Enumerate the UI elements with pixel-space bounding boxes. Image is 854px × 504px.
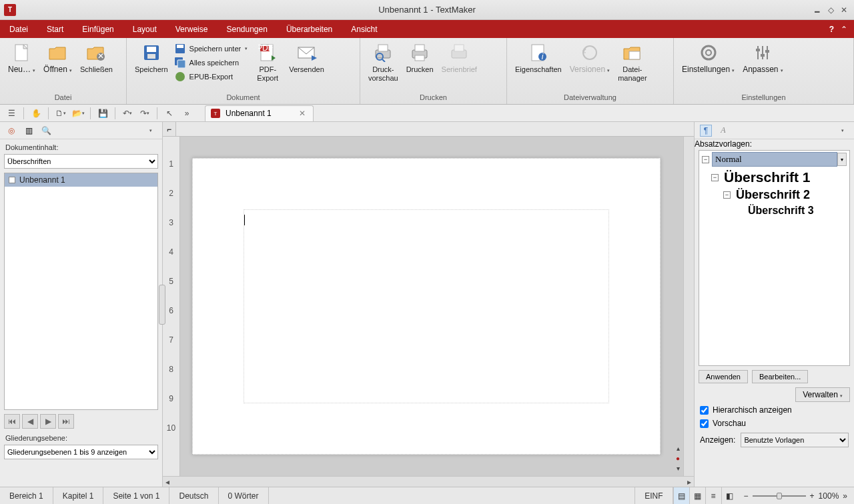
help-button[interactable]: ? xyxy=(829,25,834,34)
view-master-icon[interactable]: ▦ xyxy=(689,487,705,504)
properties-button[interactable]: i Eigenschaften xyxy=(511,41,566,75)
zoom-in-icon[interactable]: + xyxy=(810,491,815,501)
preview-checkbox[interactable]: Vorschau xyxy=(695,417,854,430)
document-tab[interactable]: T Unbenannt 1 ✕ xyxy=(205,105,314,121)
view-normal-icon[interactable]: ▤ xyxy=(673,487,689,504)
style-h3[interactable]: Überschrift 3 xyxy=(748,205,814,217)
manage-styles-button[interactable]: Verwalten ▾ xyxy=(795,387,850,402)
doc-icon: T xyxy=(211,109,220,118)
apply-style-button[interactable]: Anwenden xyxy=(699,370,748,383)
open-folder-icon[interactable]: 📂▾ xyxy=(71,107,85,120)
tree-toggle-icon[interactable]: − xyxy=(723,191,731,199)
styles-tree[interactable]: − Normal ▾ − Überschrift 1 − Überschrift… xyxy=(699,150,850,366)
minimize-button[interactable]: 🗕 xyxy=(813,5,821,15)
hierarchical-checkbox[interactable]: Hierarchisch anzeigen xyxy=(695,403,854,417)
status-wordcount[interactable]: 0 Wörter xyxy=(219,487,269,504)
status-page[interactable]: Seite 1 von 1 xyxy=(103,487,169,504)
char-style-icon[interactable]: A xyxy=(717,125,729,137)
nav-first-button[interactable]: ⏮ xyxy=(4,414,20,429)
status-chapter[interactable]: Kapitel 1 xyxy=(53,487,104,504)
send-button[interactable]: Versenden xyxy=(285,41,328,75)
hand-tool-icon[interactable]: ✋ xyxy=(29,107,43,120)
undo-icon[interactable]: ↶▾ xyxy=(120,107,135,120)
menu-icon[interactable]: ☰ xyxy=(4,107,19,120)
scroll-up-icon[interactable]: ▴ xyxy=(677,445,680,452)
left-resize-handle[interactable] xyxy=(159,285,165,325)
save-as-button[interactable]: Speichern unter▾ xyxy=(172,42,251,55)
close-window-button[interactable]: ✕ xyxy=(841,5,847,15)
close-tab-button[interactable]: ✕ xyxy=(297,109,308,118)
paragraph-styles-label: Absatzvorlagen: xyxy=(695,139,854,149)
new-doc-icon[interactable]: 🗋▾ xyxy=(53,107,68,120)
view-object-icon[interactable]: ◧ xyxy=(721,487,737,504)
zoom-more-icon[interactable]: » xyxy=(843,491,847,501)
tab-insert[interactable]: Einfügen xyxy=(73,20,123,38)
tab-type-icon[interactable]: ⌐ xyxy=(163,122,176,136)
edit-style-button[interactable]: Bearbeiten... xyxy=(752,370,808,383)
tab-start[interactable]: Start xyxy=(37,20,73,38)
maximize-button[interactable]: ◇ xyxy=(828,5,834,15)
tab-mailings[interactable]: Sendungen xyxy=(217,20,276,38)
versions-button: Versionen ▾ xyxy=(566,41,614,76)
tab-references[interactable]: Verweise xyxy=(166,20,218,38)
app-icon: T xyxy=(4,4,16,16)
redo-icon[interactable]: ↷▾ xyxy=(137,107,152,120)
settings-button[interactable]: Einstellungen ▾ xyxy=(678,41,739,76)
horizontal-ruler[interactable]: ⌐ 12345678910111213141516 xyxy=(163,122,694,137)
style-dropdown-icon[interactable]: ▾ xyxy=(837,153,847,166)
scroll-down-icon[interactable]: ▾ xyxy=(677,465,680,472)
compass-icon[interactable]: ◎ xyxy=(5,125,17,137)
print-preview-button[interactable]: Druck- vorschau xyxy=(364,41,402,83)
tab-layout[interactable]: Layout xyxy=(123,20,166,38)
zoom-slider[interactable] xyxy=(753,495,806,497)
tree-toggle-icon[interactable]: − xyxy=(702,156,709,163)
zoom-out-icon[interactable]: − xyxy=(744,491,749,501)
outline-level-select[interactable]: Gliederungsebenen 1 bis 9 anzeigen xyxy=(4,445,158,459)
vertical-scrollbar[interactable] xyxy=(683,137,694,476)
epub-export-button[interactable]: EPUB-Export xyxy=(172,70,251,83)
print-button[interactable]: Drucken xyxy=(402,41,438,75)
status-section[interactable]: Bereich 1 xyxy=(0,487,53,504)
tab-file[interactable]: Datei xyxy=(0,20,37,38)
close-button[interactable]: ✕ Schließen xyxy=(76,41,117,75)
sidebar-dropdown-icon[interactable]: ▾ xyxy=(145,125,157,137)
more-icon[interactable]: » xyxy=(179,107,194,120)
nav-prev-button[interactable]: ◀ xyxy=(22,414,38,429)
horizontal-scrollbar[interactable]: ◂ ▸ xyxy=(163,476,694,487)
nav-next-button[interactable]: ▶ xyxy=(40,414,56,429)
tab-view[interactable]: Ansicht xyxy=(342,20,386,38)
save-button[interactable]: Speichern xyxy=(131,41,172,75)
paragraph-style-icon[interactable]: ¶ xyxy=(700,125,712,137)
open-button[interactable]: Öffnen ▾ xyxy=(39,41,76,76)
new-button[interactable]: Neu… ▾ xyxy=(4,41,39,76)
panels-icon[interactable]: ▥ xyxy=(23,125,35,137)
show-styles-select[interactable]: Benutzte Vorlagen xyxy=(741,433,849,447)
outline-item[interactable]: Unbenannt 1 xyxy=(5,173,157,187)
outline-tree[interactable]: Unbenannt 1 xyxy=(4,173,158,410)
status-language[interactable]: Deutsch xyxy=(169,487,218,504)
style-h1[interactable]: Überschrift 1 xyxy=(724,169,811,185)
scroll-dot-icon[interactable]: ● xyxy=(676,455,680,462)
pdf-export-button[interactable]: PDF PDF- Export xyxy=(250,41,285,83)
view-outline-icon[interactable]: ≡ xyxy=(705,487,721,504)
heading-filter-select[interactable]: Überschriften xyxy=(4,154,158,169)
outline-level-label: Gliederungsebene: xyxy=(0,430,162,445)
file-manager-button[interactable]: Datei- manager xyxy=(614,41,651,83)
tab-review[interactable]: Überarbeiten xyxy=(277,20,342,38)
nav-last-button[interactable]: ⏭ xyxy=(58,414,74,429)
tree-toggle-icon[interactable]: − xyxy=(711,174,719,181)
status-mode[interactable]: EINF xyxy=(635,487,673,504)
style-panel-dropdown-icon[interactable]: ▾ xyxy=(837,125,849,137)
style-normal[interactable]: Normal xyxy=(712,152,837,167)
save-all-button[interactable]: Alles speichern xyxy=(172,56,251,69)
save-icon[interactable]: 💾 xyxy=(95,107,110,120)
search-icon[interactable]: 🔍 xyxy=(40,125,52,137)
collapse-ribbon-button[interactable]: ⌃ xyxy=(841,25,847,34)
style-h2[interactable]: Überschrift 2 xyxy=(736,188,810,202)
svg-rect-34 xyxy=(756,49,760,51)
page[interactable] xyxy=(192,158,661,455)
cursor-select-icon[interactable]: ↖ xyxy=(162,107,177,120)
zoom-value[interactable]: 100% xyxy=(819,491,839,501)
show-label: Anzeigen: xyxy=(700,435,735,445)
customize-button[interactable]: Anpassen ▾ xyxy=(739,41,787,76)
